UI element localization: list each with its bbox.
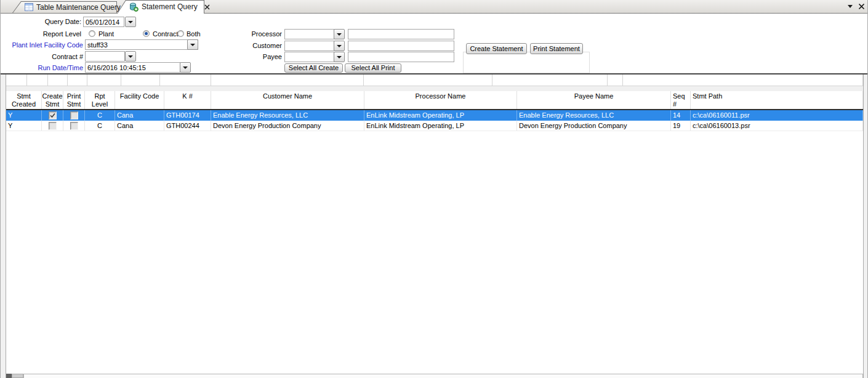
- customer-dropdown-button[interactable]: [334, 41, 345, 51]
- print-statement-button[interactable]: Print Statement: [530, 43, 583, 54]
- processor-label: Processor: [222, 30, 282, 38]
- grid-header-processor-name[interactable]: Processor Name: [364, 91, 517, 109]
- select-all-print-button[interactable]: Select All Print: [345, 63, 401, 73]
- scrollbar-box[interactable]: [6, 374, 12, 378]
- grid-row[interactable]: YCCanaGTH00244Devon Energy Production Co…: [6, 121, 863, 131]
- processor-dropdown-button[interactable]: [334, 29, 345, 39]
- grid-header-stmt-created[interactable]: Stmt Created: [6, 91, 42, 109]
- filter-band-cell[interactable]: [608, 74, 623, 86]
- filter-band-cell[interactable]: [87, 74, 121, 86]
- create-statement-button[interactable]: Create Statement: [466, 43, 527, 54]
- customer-name-input[interactable]: [348, 41, 454, 51]
- horizontal-scrollbar[interactable]: [6, 374, 863, 378]
- filter-band-cell[interactable]: [160, 74, 211, 86]
- query-date-input[interactable]: 05/01/2014: [83, 17, 124, 27]
- tab-label: Statement Query: [142, 2, 198, 11]
- processor-name-input[interactable]: [348, 29, 454, 39]
- query-date-label: Query Date:: [0, 17, 81, 26]
- grid-band-gap: [6, 86, 863, 91]
- grid-header-customer-name[interactable]: Customer Name: [211, 91, 364, 109]
- payee-dropdown-button[interactable]: [334, 52, 345, 62]
- grid-cell[interactable]: [63, 110, 85, 121]
- database-add-icon: [129, 2, 139, 12]
- grid-header-payee-name[interactable]: Payee Name: [517, 91, 671, 109]
- filter-band-cell[interactable]: [6, 74, 27, 86]
- window-left-edge: [0, 0, 1, 378]
- grid-row[interactable]: YCCanaGTH00174Enable Energy Resources, L…: [6, 110, 863, 121]
- grid-header-row: Stmt CreatedCreate StmtPrint StmtRpt Lev…: [6, 91, 863, 110]
- grid-cell: GTH00174: [164, 110, 211, 121]
- grid-header-facility-code[interactable]: Facility Code: [115, 91, 164, 109]
- grid-header-seq-[interactable]: Seq #: [671, 91, 691, 109]
- query-date-dropdown-button[interactable]: [125, 17, 136, 27]
- filter-band-cell[interactable]: [121, 74, 160, 86]
- filter-band-cell[interactable]: [27, 74, 48, 86]
- grid-cell: c:\ca\06160011.psr: [691, 110, 863, 121]
- tab-label: Table Maintenance Query: [36, 3, 121, 12]
- filter-band-cell[interactable]: [364, 74, 492, 86]
- filter-band-cell[interactable]: [48, 74, 68, 86]
- grid-cell: C: [85, 110, 115, 121]
- scrollbar-thumb[interactable]: [12, 374, 23, 378]
- grid-rows: YCCanaGTH00174Enable Energy Resources, L…: [6, 110, 863, 131]
- plant-inlet-facility-code-combo[interactable]: stuff33: [85, 39, 198, 50]
- grid-header-k-[interactable]: K #: [164, 91, 211, 109]
- processor-combo[interactable]: [284, 29, 334, 39]
- grid-header-create-stmt[interactable]: Create Stmt: [42, 91, 63, 109]
- payee-combo[interactable]: [284, 52, 334, 62]
- tab-table-maintenance-query[interactable]: Table Maintenance Query: [12, 1, 117, 13]
- grid-cell: GTH00244: [164, 121, 211, 131]
- grid-cell[interactable]: [63, 121, 85, 131]
- grid-cell: Devon Energy Production Company: [517, 121, 671, 131]
- checkbox-unchecked[interactable]: [70, 111, 78, 119]
- filter-band-cell[interactable]: [492, 74, 608, 86]
- grid-cell: 19: [671, 121, 691, 131]
- checkbox-checked[interactable]: [49, 111, 57, 119]
- customer-label: Customer: [222, 41, 282, 50]
- customer-combo[interactable]: [284, 41, 334, 51]
- grid-cell: C: [85, 121, 115, 131]
- payee-label: Payee: [222, 52, 282, 61]
- results-grid: Stmt CreatedCreate StmtPrint StmtRpt Lev…: [0, 74, 868, 378]
- table-icon: [25, 3, 33, 11]
- contract-number-combo[interactable]: [85, 51, 125, 62]
- radio-plant[interactable]: [89, 30, 95, 37]
- grid-cell: Y: [6, 110, 42, 121]
- filter-band-cell[interactable]: [623, 74, 863, 86]
- grid-row-selector-gutter: [0, 74, 6, 378]
- run-date-time-combo[interactable]: 6/16/2016 10:45:15: [85, 62, 180, 73]
- payee-name-input[interactable]: [348, 52, 454, 62]
- grid-cell: EnLink Midstream Operating, LP: [364, 121, 517, 131]
- contract-number-dropdown-button[interactable]: [125, 51, 136, 62]
- grid-cell[interactable]: [42, 121, 63, 131]
- grid-cell: c:\ca\06160013.psr: [691, 121, 863, 131]
- scrollbar-track[interactable]: [23, 374, 863, 378]
- tab-list-chevron-icon[interactable]: [848, 5, 853, 8]
- filter-band-cell[interactable]: [211, 74, 364, 86]
- plant-inlet-facility-code-label: Plant Inlet Facility Code: [0, 41, 83, 49]
- run-date-time-dropdown-button[interactable]: [180, 62, 191, 73]
- window-close-icon[interactable]: [858, 3, 865, 10]
- statement-query-form: Query Date: 05/01/2014 Report Level Plan…: [0, 14, 868, 73]
- grid-cell: 14: [671, 110, 691, 121]
- run-date-time-label: Run Date/Time: [0, 63, 83, 72]
- statement-actions-panel: [463, 52, 590, 73]
- tab-statement-query[interactable]: Statement Query: [117, 0, 204, 14]
- select-all-create-button[interactable]: Select All Create: [284, 63, 343, 73]
- filter-band-cell[interactable]: [68, 74, 87, 86]
- radio-contract[interactable]: [143, 30, 150, 37]
- grid-header-print-stmt[interactable]: Print Stmt: [63, 91, 85, 109]
- grid-cell[interactable]: [42, 110, 63, 121]
- grid-header-stmt-path[interactable]: Stmt Path: [691, 91, 863, 109]
- tab-close-icon[interactable]: [204, 3, 210, 10]
- contract-number-label: Contract #: [0, 52, 83, 61]
- checkbox-unchecked[interactable]: [70, 122, 78, 130]
- grid-header-rpt-level[interactable]: Rpt Level: [85, 91, 115, 109]
- radio-both-fixed[interactable]: [177, 30, 184, 37]
- grid-cell: EnLink Midstream Operating, LP: [364, 110, 517, 121]
- radio-both-label: Both: [187, 30, 209, 38]
- grid-cell: Cana: [115, 110, 164, 121]
- facility-code-dropdown-button[interactable]: [187, 39, 198, 50]
- checkbox-unchecked[interactable]: [49, 122, 57, 130]
- report-level-label: Report Level: [0, 30, 81, 38]
